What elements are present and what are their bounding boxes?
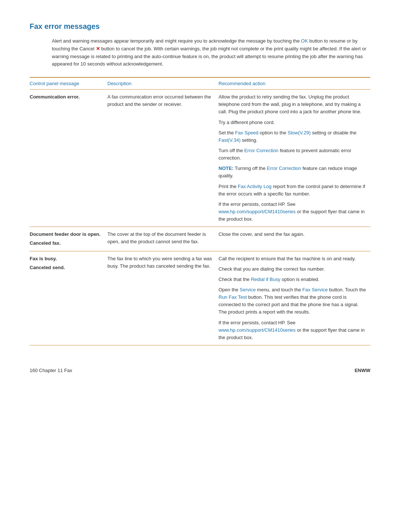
control-panel-message: Fax is busy.: [30, 255, 104, 262]
action-item: If the error persists, contact HP. See w…: [219, 201, 367, 223]
action-item: Call the recipient to ensure that the fa…: [219, 255, 367, 262]
action-item: Allow the product to retry sending the f…: [219, 93, 367, 116]
col-header-description: Description: [107, 77, 219, 90]
action-item: Turn off the Error Correction feature to…: [219, 147, 367, 162]
inline-text: Set the: [219, 130, 235, 135]
recommended-action-cell: Call the recipient to ensure that the fa…: [219, 251, 370, 345]
inline-link[interactable]: Slow(V.29): [287, 130, 310, 135]
control-panel-message: Canceled fax.: [30, 240, 104, 247]
recommended-action-cell: Allow the product to retry sending the f…: [219, 90, 370, 227]
inline-link[interactable]: Error Correction: [267, 165, 301, 171]
control-panel-message-cell: Communication error.: [30, 90, 107, 227]
inline-link[interactable]: Redial if Busy: [251, 277, 280, 282]
action-item: Check that the Redial if Busy option is …: [219, 276, 367, 283]
inline-text: option is enabled.: [280, 277, 320, 282]
col-header-control-panel: Control panel message: [30, 77, 107, 90]
table-header-row: Control panel message Description Recomm…: [30, 77, 370, 90]
footer-left: 160 Chapter 11 Fax: [30, 368, 72, 373]
footer-right: ENWW: [354, 368, 370, 373]
page-title: Fax error messages: [30, 22, 370, 31]
inline-link[interactable]: www.hp.com/support/CM1410series: [219, 209, 296, 214]
fax-error-table: Control panel message Description Recomm…: [30, 77, 370, 345]
inline-text: setting.: [241, 137, 258, 143]
inline-text: Print the: [219, 184, 238, 189]
note-label: NOTE:: [219, 165, 233, 171]
description-cell: The fax line to which you were sending a…: [107, 251, 219, 345]
inline-link[interactable]: Fax Service: [302, 287, 328, 292]
inline-text: setting or disable the: [311, 130, 357, 135]
action-item: Print the Fax Activity Log report from t…: [219, 183, 367, 198]
table-row: Fax is busy.Canceled send.The fax line t…: [30, 251, 370, 345]
table-row: Communication error.A fax communication …: [30, 90, 370, 227]
inline-text: Open the: [219, 287, 240, 292]
inline-text: Turning off the: [233, 165, 267, 171]
inline-link[interactable]: Error Correction: [244, 148, 278, 153]
inline-text: button. Touch the: [328, 287, 366, 292]
control-panel-message-cell: Fax is busy.Canceled send.: [30, 251, 107, 345]
inline-text: If the error persists, contact HP. See: [219, 320, 296, 325]
col-header-recommended-action: Recommended action: [219, 77, 370, 90]
control-panel-message: Communication error.: [30, 93, 104, 101]
inline-link[interactable]: Service: [240, 287, 256, 292]
intro-paragraph: Alert and warning messages appear tempor…: [52, 37, 370, 68]
action-item: Open the Service menu, and touch the Fax…: [219, 286, 367, 316]
inline-link[interactable]: Fax Activity Log: [238, 184, 271, 189]
action-item: If the error persists, contact HP. See w…: [219, 319, 367, 341]
inline-link[interactable]: www.hp.com/support/CM1410series: [219, 327, 296, 333]
cancel-x-symbol: ✕: [96, 46, 100, 51]
inline-link[interactable]: Fast(V.34): [219, 137, 241, 143]
intro-text-before-ok: Alert and warning messages appear tempor…: [52, 38, 301, 44]
inline-link[interactable]: Fax Speed: [235, 130, 259, 135]
action-item: Try a different phone cord.: [219, 119, 367, 126]
description-cell: The cover at the top of the document fee…: [107, 227, 219, 251]
action-item: NOTE: Turning off the Error Correction f…: [219, 165, 367, 180]
ok-link: OK: [301, 38, 308, 44]
inline-link[interactable]: Run Fax Test: [219, 294, 247, 300]
inline-text: If the error persists, contact HP. See: [219, 201, 296, 207]
recommended-action-cell: Close the cover, and send the fax again.: [219, 227, 370, 251]
action-item: Set the Fax Speed option to the Slow(V.2…: [219, 129, 367, 144]
description-cell: A fax communication error occurred betwe…: [107, 90, 219, 227]
control-panel-message: Document feeder door is open.: [30, 231, 104, 238]
inline-text: Turn off the: [219, 148, 244, 153]
control-panel-message: Canceled send.: [30, 264, 104, 271]
inline-text: menu, and touch the: [256, 287, 302, 292]
action-item: Close the cover, and send the fax again.: [219, 231, 367, 238]
control-panel-message-cell: Document feeder door is open.Canceled fa…: [30, 227, 107, 251]
inline-text: option to the: [259, 130, 288, 135]
table-row: Document feeder door is open.Canceled fa…: [30, 227, 370, 251]
page-footer: 160 Chapter 11 Fax ENWW: [30, 368, 370, 373]
inline-text: Check that the: [219, 277, 251, 282]
action-item: Check that you are dialing the correct f…: [219, 265, 367, 273]
